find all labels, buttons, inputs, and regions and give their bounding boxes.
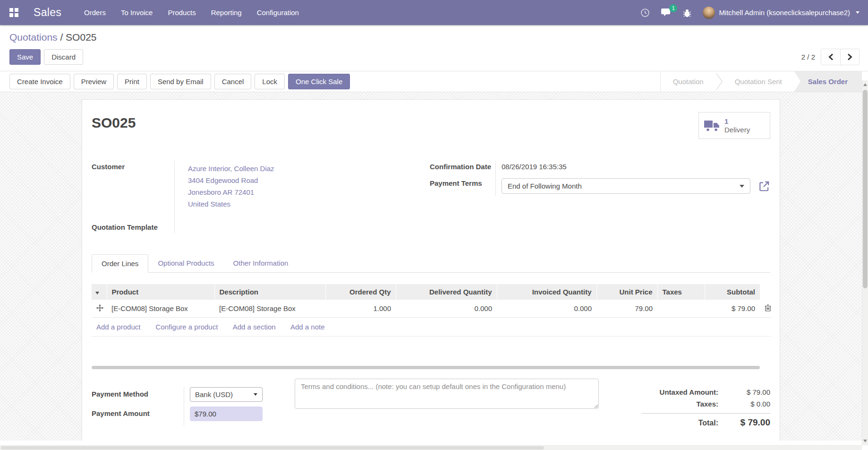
scroll-down-icon[interactable] [862,438,868,444]
cell-invoiced-qty[interactable]: 0.000 [497,300,596,318]
taxes-value: $ 0.00 [718,400,770,408]
customer-city-link[interactable]: Jonesboro AR 72401 [188,186,430,198]
nav-orders[interactable]: Orders [77,5,112,20]
discard-button[interactable]: Discard [44,49,83,65]
payment-amount-input[interactable] [190,407,263,421]
horizontal-scrollbar-thumb[interactable] [1,446,544,450]
untaxed-amount-value: $ 79.00 [718,388,770,396]
sort-indicator-icon[interactable] [95,292,99,294]
status-pipeline: Quotation Quotation Sent Sales Order [660,71,868,92]
confirmation-date-label: Confirmation Date [430,161,496,173]
payment-method-select[interactable]: Bank (USD) [190,387,263,402]
delivery-label: Delivery [724,126,750,134]
lock-button[interactable]: Lock [255,74,285,89]
breadcrumb-current: SO025 [66,32,96,43]
total-value: $ 79.00 [718,417,770,428]
create-invoice-button[interactable]: Create Invoice [9,74,70,89]
avatar [703,7,715,19]
customer-field-label: Customer [92,161,175,212]
save-button[interactable]: Save [9,49,41,65]
messages-icon[interactable]: 1 [661,8,672,17]
breadcrumb-separator: / [60,32,63,43]
scroll-up-icon[interactable] [862,81,868,88]
payment-method-label: Payment Method [92,387,184,407]
user-menu[interactable]: Mitchell Admin (ksoneclicksalepurchase2) [703,7,859,19]
debug-bug-icon[interactable] [683,8,691,17]
totals-divider [642,413,770,414]
customer-name-link[interactable]: Azure Interior, Colleen Diaz [188,163,430,174]
pager-previous-button[interactable] [821,49,840,65]
cell-unit-price[interactable]: 79.00 [596,300,657,318]
cell-subtotal[interactable]: $ 79.00 [705,300,760,318]
payment-method-value: Bank (USD) [195,390,233,398]
add-a-section-link[interactable]: Add a section [233,323,276,331]
confirmation-date-value[interactable]: 08/26/2019 16:35:35 [496,161,770,173]
customer-country-link[interactable]: United States [188,198,430,210]
chevron-down-icon [254,393,257,396]
nav-configuration[interactable]: Configuration [250,5,306,20]
customer-address: Azure Interior, Colleen Diaz 3404 Edgewo… [175,161,430,212]
tab-optional-products[interactable]: Optional Products [148,254,223,273]
status-sales-order[interactable]: Sales Order [800,71,862,92]
col-product[interactable]: Product [107,284,214,300]
payment-group: Payment Method Bank (USD) Payment Amount [92,379,284,430]
delivery-smart-button[interactable]: 1 Delivery [698,112,770,139]
apps-menu-icon[interactable] [9,8,18,17]
page-title: SO025 [92,115,136,131]
add-a-product-link[interactable]: Add a product [96,323,140,331]
cell-description[interactable]: [E-COM08] Storage Box [214,300,325,318]
pager-next-button[interactable] [840,49,859,65]
cancel-button[interactable]: Cancel [214,74,252,89]
col-subtotal[interactable]: Subtotal [705,284,760,300]
col-delivered-qty[interactable]: Delivered Quantity [396,284,497,300]
payment-terms-select[interactable]: End of Following Month [502,178,750,194]
table-horizontal-scrollbar[interactable] [92,366,760,369]
col-ordered-qty[interactable]: Ordered Qty [325,284,396,300]
breadcrumb-quotations[interactable]: Quotations [9,32,58,43]
activity-clock-icon[interactable] [640,8,650,17]
vertical-scrollbar[interactable] [862,80,868,445]
send-by-email-button[interactable]: Send by Email [150,74,211,89]
status-quotation[interactable]: Quotation [661,71,716,92]
preview-button[interactable]: Preview [74,74,114,89]
quotation-template-field[interactable] [175,212,430,233]
customer-street-link[interactable]: 3404 Edgewood Road [188,174,430,186]
nav-reporting[interactable]: Reporting [204,5,248,20]
order-line-links: Add a product Configure a product Add a … [92,318,771,337]
table-row[interactable]: [E-COM08] Storage Box [E-COM08] Storage … [92,300,771,318]
quotation-template-label: Quotation Template [92,212,175,233]
order-lines-table: Product Description Ordered Qty Delivere… [92,284,771,318]
cell-product[interactable]: [E-COM08] Storage Box [107,300,214,318]
cell-ordered-qty[interactable]: 1.000 [325,300,396,318]
nav-to-invoice[interactable]: To Invoice [114,5,160,20]
configure-a-product-link[interactable]: Configure a product [156,323,218,331]
untaxed-amount-label: Untaxed Amount: [642,388,718,396]
one-click-sale-button[interactable]: One Click Sale [288,74,350,89]
status-quotation-sent[interactable]: Quotation Sent [723,71,794,92]
terms-and-conditions-textarea[interactable] [295,379,599,409]
tab-other-information[interactable]: Other Information [224,254,298,273]
cell-delivered-qty[interactable]: 0.000 [396,300,497,318]
pager-value: 2 / 2 [801,53,815,61]
cell-taxes[interactable] [657,300,705,318]
user-caret-icon [856,11,859,14]
app-name[interactable]: Sales [34,6,61,19]
add-a-note-link[interactable]: Add a note [290,323,325,331]
col-description[interactable]: Description [214,284,325,300]
vertical-scrollbar-thumb[interactable] [863,90,868,288]
col-unit-price[interactable]: Unit Price [596,284,657,300]
external-link-icon[interactable] [758,180,770,192]
tab-order-lines[interactable]: Order Lines [92,254,148,273]
drag-handle-icon[interactable] [96,304,103,312]
action-buttons: Create Invoice Preview Print Send by Ema… [9,74,350,89]
col-taxes[interactable]: Taxes [657,284,705,300]
user-name: Mitchell Admin (ksoneclicksalepurchase2) [719,9,850,17]
customer-group: Customer Azure Interior, Colleen Diaz 34… [92,161,430,233]
order-info-group: Confirmation Date 08/26/2019 16:35:35 Pa… [430,161,770,233]
chevron-down-icon [740,185,744,188]
delete-row-icon[interactable] [765,304,771,312]
horizontal-scrollbar[interactable] [0,445,862,450]
print-button[interactable]: Print [117,74,147,89]
nav-products[interactable]: Products [161,5,202,20]
col-invoiced-qty[interactable]: Invoiced Quantity [497,284,596,300]
